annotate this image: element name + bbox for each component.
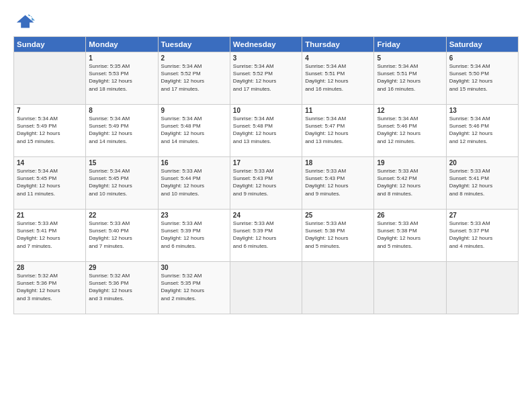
calendar-cell: 20Sunrise: 5:33 AM Sunset: 5:41 PM Dayli… <box>446 157 518 210</box>
calendar-cell: 19Sunrise: 5:33 AM Sunset: 5:42 PM Dayli… <box>374 157 446 210</box>
day-info: Sunrise: 5:33 AM Sunset: 5:38 PM Dayligh… <box>377 220 443 250</box>
day-number: 18 <box>305 159 371 167</box>
day-number: 5 <box>377 54 443 62</box>
day-info: Sunrise: 5:34 AM Sunset: 5:52 PM Dayligh… <box>233 62 299 93</box>
day-info: Sunrise: 5:34 AM Sunset: 5:49 PM Dayligh… <box>89 115 154 145</box>
week-row-3: 14Sunrise: 5:34 AM Sunset: 5:45 PM Dayli… <box>14 157 519 210</box>
calendar-cell: 6Sunrise: 5:34 AM Sunset: 5:50 PM Daylig… <box>446 52 518 105</box>
day-info: Sunrise: 5:34 AM Sunset: 5:45 PM Dayligh… <box>17 167 83 197</box>
day-number: 13 <box>449 107 515 114</box>
logo <box>13 11 38 32</box>
day-number: 27 <box>449 212 515 219</box>
calendar-cell: 24Sunrise: 5:33 AM Sunset: 5:39 PM Dayli… <box>230 210 302 262</box>
day-info: Sunrise: 5:33 AM Sunset: 5:41 PM Dayligh… <box>449 167 515 197</box>
day-info: Sunrise: 5:33 AM Sunset: 5:39 PM Dayligh… <box>233 220 299 250</box>
day-number: 16 <box>161 159 227 167</box>
day-number: 22 <box>89 212 154 219</box>
day-number: 14 <box>17 159 83 167</box>
calendar-cell <box>374 262 446 314</box>
day-info: Sunrise: 5:34 AM Sunset: 5:51 PM Dayligh… <box>377 62 443 93</box>
day-info: Sunrise: 5:34 AM Sunset: 5:48 PM Dayligh… <box>161 115 227 145</box>
day-info: Sunrise: 5:34 AM Sunset: 5:46 PM Dayligh… <box>449 115 515 145</box>
calendar-table: SundayMondayTuesdayWednesdayThursdayFrid… <box>13 36 519 314</box>
day-number: 4 <box>305 54 371 62</box>
day-info: Sunrise: 5:33 AM Sunset: 5:41 PM Dayligh… <box>17 220 83 250</box>
day-info: Sunrise: 5:33 AM Sunset: 5:43 PM Dayligh… <box>305 167 371 197</box>
day-info: Sunrise: 5:34 AM Sunset: 5:47 PM Dayligh… <box>305 115 371 145</box>
header-day-sunday: Sunday <box>14 37 86 52</box>
week-row-4: 21Sunrise: 5:33 AM Sunset: 5:41 PM Dayli… <box>14 210 519 262</box>
day-info: Sunrise: 5:33 AM Sunset: 5:42 PM Dayligh… <box>377 167 443 197</box>
day-info: Sunrise: 5:33 AM Sunset: 5:39 PM Dayligh… <box>161 220 227 250</box>
day-info: Sunrise: 5:34 AM Sunset: 5:46 PM Dayligh… <box>377 115 443 145</box>
day-number: 1 <box>89 54 154 62</box>
calendar-cell <box>302 262 374 314</box>
calendar-cell: 12Sunrise: 5:34 AM Sunset: 5:46 PM Dayli… <box>374 105 446 157</box>
day-number: 3 <box>233 54 299 62</box>
day-info: Sunrise: 5:34 AM Sunset: 5:50 PM Dayligh… <box>449 62 515 93</box>
day-number: 15 <box>89 159 154 167</box>
day-number: 25 <box>305 212 371 219</box>
calendar-cell: 15Sunrise: 5:34 AM Sunset: 5:45 PM Dayli… <box>86 157 158 210</box>
day-number: 2 <box>161 54 227 62</box>
day-number: 12 <box>377 107 443 114</box>
day-number: 24 <box>233 212 299 219</box>
calendar-cell: 8Sunrise: 5:34 AM Sunset: 5:49 PM Daylig… <box>86 105 158 157</box>
day-number: 28 <box>17 264 83 271</box>
day-number: 10 <box>233 107 299 114</box>
calendar-cell: 17Sunrise: 5:33 AM Sunset: 5:43 PM Dayli… <box>230 157 302 210</box>
calendar-cell: 22Sunrise: 5:33 AM Sunset: 5:40 PM Dayli… <box>86 210 158 262</box>
day-number: 11 <box>305 107 371 114</box>
day-number: 9 <box>161 107 227 114</box>
day-info: Sunrise: 5:34 AM Sunset: 5:45 PM Dayligh… <box>89 167 154 197</box>
day-number: 23 <box>161 212 227 219</box>
calendar-cell: 27Sunrise: 5:33 AM Sunset: 5:37 PM Dayli… <box>446 210 518 262</box>
calendar-cell <box>446 262 518 314</box>
day-number: 30 <box>161 264 227 271</box>
header-row: SundayMondayTuesdayWednesdayThursdayFrid… <box>14 37 519 52</box>
day-info: Sunrise: 5:33 AM Sunset: 5:40 PM Dayligh… <box>89 220 154 250</box>
calendar-cell: 30Sunrise: 5:32 AM Sunset: 5:35 PM Dayli… <box>158 262 230 314</box>
day-info: Sunrise: 5:34 AM Sunset: 5:51 PM Dayligh… <box>305 62 371 93</box>
day-info: Sunrise: 5:32 AM Sunset: 5:36 PM Dayligh… <box>17 272 83 302</box>
page: SundayMondayTuesdayWednesdayThursdayFrid… <box>0 0 532 411</box>
header-day-wednesday: Wednesday <box>230 37 302 52</box>
day-number: 6 <box>449 54 515 62</box>
calendar-cell: 3Sunrise: 5:34 AM Sunset: 5:52 PM Daylig… <box>230 52 302 105</box>
calendar-cell: 13Sunrise: 5:34 AM Sunset: 5:46 PM Dayli… <box>446 105 518 157</box>
svg-marker-0 <box>17 15 34 28</box>
day-info: Sunrise: 5:33 AM Sunset: 5:43 PM Dayligh… <box>233 167 299 197</box>
day-number: 17 <box>233 159 299 167</box>
calendar-cell: 11Sunrise: 5:34 AM Sunset: 5:47 PM Dayli… <box>302 105 374 157</box>
day-info: Sunrise: 5:32 AM Sunset: 5:36 PM Dayligh… <box>89 272 154 302</box>
day-number: 26 <box>377 212 443 219</box>
day-number: 20 <box>449 159 515 167</box>
header <box>13 11 519 32</box>
calendar-cell <box>14 52 86 105</box>
day-info: Sunrise: 5:32 AM Sunset: 5:35 PM Dayligh… <box>161 272 227 302</box>
calendar-cell: 9Sunrise: 5:34 AM Sunset: 5:48 PM Daylig… <box>158 105 230 157</box>
calendar-cell: 14Sunrise: 5:34 AM Sunset: 5:45 PM Dayli… <box>14 157 86 210</box>
header-day-saturday: Saturday <box>446 37 518 52</box>
day-info: Sunrise: 5:34 AM Sunset: 5:49 PM Dayligh… <box>17 115 83 145</box>
calendar-cell: 1Sunrise: 5:35 AM Sunset: 5:53 PM Daylig… <box>86 52 158 105</box>
day-info: Sunrise: 5:34 AM Sunset: 5:48 PM Dayligh… <box>233 115 299 145</box>
week-row-5: 28Sunrise: 5:32 AM Sunset: 5:36 PM Dayli… <box>14 262 519 314</box>
calendar-cell: 21Sunrise: 5:33 AM Sunset: 5:41 PM Dayli… <box>14 210 86 262</box>
header-day-friday: Friday <box>374 37 446 52</box>
calendar-cell: 4Sunrise: 5:34 AM Sunset: 5:51 PM Daylig… <box>302 52 374 105</box>
day-info: Sunrise: 5:33 AM Sunset: 5:38 PM Dayligh… <box>305 220 371 250</box>
calendar-cell: 5Sunrise: 5:34 AM Sunset: 5:51 PM Daylig… <box>374 52 446 105</box>
logo-icon <box>13 11 35 32</box>
header-day-thursday: Thursday <box>302 37 374 52</box>
calendar-cell: 25Sunrise: 5:33 AM Sunset: 5:38 PM Dayli… <box>302 210 374 262</box>
week-row-1: 1Sunrise: 5:35 AM Sunset: 5:53 PM Daylig… <box>14 52 519 105</box>
day-info: Sunrise: 5:33 AM Sunset: 5:44 PM Dayligh… <box>161 167 227 197</box>
day-number: 29 <box>89 264 154 271</box>
day-number: 8 <box>89 107 154 114</box>
day-number: 7 <box>17 107 83 114</box>
calendar-cell <box>230 262 302 314</box>
header-day-tuesday: Tuesday <box>158 37 230 52</box>
day-number: 19 <box>377 159 443 167</box>
calendar-cell: 7Sunrise: 5:34 AM Sunset: 5:49 PM Daylig… <box>14 105 86 157</box>
